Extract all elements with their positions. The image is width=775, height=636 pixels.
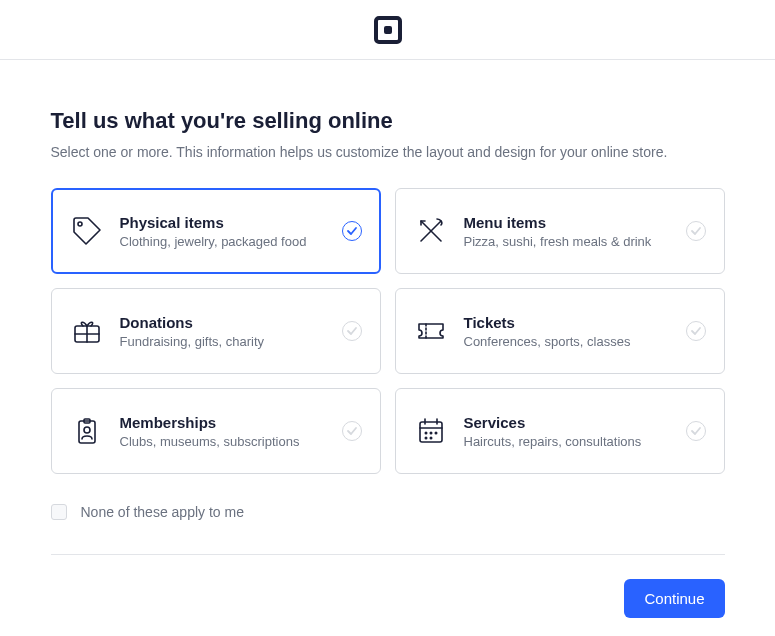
- option-physical-items[interactable]: Physical items Clothing, jewelry, packag…: [51, 188, 381, 274]
- svg-point-0: [78, 222, 82, 226]
- calendar-icon: [414, 414, 448, 448]
- svg-point-12: [425, 432, 426, 433]
- ticket-icon: [414, 314, 448, 348]
- check-icon: [686, 221, 706, 241]
- option-text: Menu items Pizza, sushi, fresh meals & d…: [464, 214, 670, 249]
- check-icon: [686, 421, 706, 441]
- option-desc: Clubs, museums, subscriptions: [120, 434, 326, 449]
- option-text: Memberships Clubs, museums, subscription…: [120, 414, 326, 449]
- option-text: Donations Fundraising, gifts, charity: [120, 314, 326, 349]
- page-subtitle: Select one or more. This information hel…: [51, 144, 725, 160]
- option-title: Services: [464, 414, 670, 431]
- options-grid: Physical items Clothing, jewelry, packag…: [51, 188, 725, 474]
- svg-rect-5: [79, 421, 95, 443]
- tag-icon: [70, 214, 104, 248]
- option-menu-items[interactable]: Menu items Pizza, sushi, fresh meals & d…: [395, 188, 725, 274]
- option-text: Tickets Conferences, sports, classes: [464, 314, 670, 349]
- footer: Continue: [51, 555, 725, 618]
- id-badge-icon: [70, 414, 104, 448]
- page-title: Tell us what you're selling online: [51, 108, 725, 134]
- option-title: Physical items: [120, 214, 326, 231]
- option-tickets[interactable]: Tickets Conferences, sports, classes: [395, 288, 725, 374]
- top-bar: [0, 0, 775, 60]
- square-logo-dot: [384, 26, 392, 34]
- option-title: Menu items: [464, 214, 670, 231]
- check-icon: [342, 221, 362, 241]
- option-desc: Pizza, sushi, fresh meals & drink: [464, 234, 670, 249]
- check-icon: [342, 421, 362, 441]
- check-icon: [686, 321, 706, 341]
- svg-point-14: [435, 432, 436, 433]
- square-logo: [374, 16, 402, 44]
- option-title: Memberships: [120, 414, 326, 431]
- option-memberships[interactable]: Memberships Clubs, museums, subscription…: [51, 388, 381, 474]
- option-title: Donations: [120, 314, 326, 331]
- none-checkbox[interactable]: [51, 504, 67, 520]
- main-container: Tell us what you're selling online Selec…: [51, 60, 725, 618]
- svg-point-13: [430, 432, 431, 433]
- utensils-icon: [414, 214, 448, 248]
- option-title: Tickets: [464, 314, 670, 331]
- option-text: Physical items Clothing, jewelry, packag…: [120, 214, 326, 249]
- option-donations[interactable]: Donations Fundraising, gifts, charity: [51, 288, 381, 374]
- option-desc: Fundraising, gifts, charity: [120, 334, 326, 349]
- check-icon: [342, 321, 362, 341]
- option-desc: Clothing, jewelry, packaged food: [120, 234, 326, 249]
- none-of-these-row[interactable]: None of these apply to me: [51, 504, 725, 555]
- svg-point-7: [84, 427, 90, 433]
- option-desc: Conferences, sports, classes: [464, 334, 670, 349]
- svg-point-15: [425, 437, 426, 438]
- option-services[interactable]: Services Haircuts, repairs, consultation…: [395, 388, 725, 474]
- gift-icon: [70, 314, 104, 348]
- none-label: None of these apply to me: [81, 504, 244, 520]
- option-text: Services Haircuts, repairs, consultation…: [464, 414, 670, 449]
- option-desc: Haircuts, repairs, consultations: [464, 434, 670, 449]
- continue-button[interactable]: Continue: [624, 579, 724, 618]
- svg-point-16: [430, 437, 431, 438]
